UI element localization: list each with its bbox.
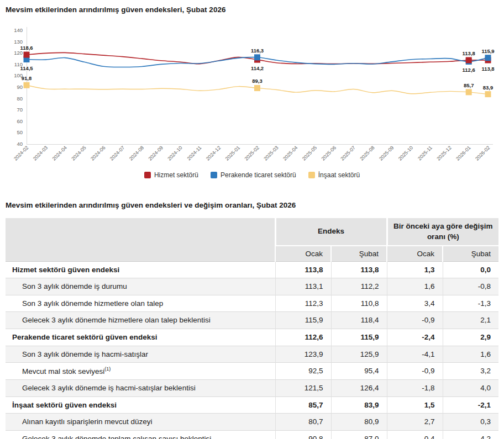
value-cell: 112,6	[275, 329, 331, 346]
legend-label: Hizmet sektörü	[154, 171, 198, 179]
value-cell: -2,4	[387, 329, 443, 346]
value-cell: 113,8	[331, 261, 387, 278]
value-cell: 3,4	[387, 295, 443, 312]
table-section: Mevsim etkilerinden arındırılmış güven e…	[6, 201, 498, 439]
x-tick-label: 2024-04	[51, 145, 68, 162]
table-row: Son 3 aylık dönemde iş hacmi-satışlar123…	[6, 346, 498, 363]
x-tick-label: 2024-08	[128, 145, 145, 162]
value-cell: 118,4	[331, 312, 387, 329]
value-cell: 112,2	[331, 278, 387, 295]
legend-item-perakende[interactable]: Perakende ticaret sektörü	[211, 171, 296, 179]
x-tick-label: 2026-02	[474, 145, 491, 162]
row-label: Gelecek 3 aylık dönemde iş hacmi-satışla…	[6, 380, 275, 397]
x-tick-label: 2025-09	[378, 145, 395, 162]
row-label: Gelecek 3 aylık dönemde toplam çalışan s…	[6, 430, 275, 439]
subheader-degisim-ocak: Ocak	[387, 246, 443, 262]
table-row: Gelecek 3 aylık dönemde toplam çalışan s…	[6, 430, 498, 439]
row-label: Mevcut mal stok seviyesi(1)	[6, 363, 275, 380]
value-cell: 110,8	[331, 295, 387, 312]
data-point-label: 89,3	[252, 78, 262, 84]
x-tick-label: 2025-06	[321, 145, 337, 162]
value-cell: -0,9	[387, 312, 443, 329]
subheader-endeks-subat: Şubat	[331, 246, 387, 262]
x-tick-label: 2024-09	[148, 145, 164, 162]
row-label: Hizmet sektörü güven endeksi	[6, 261, 275, 278]
value-cell: 95,4	[331, 363, 387, 380]
x-tick-label: 2025-04	[282, 145, 298, 162]
row-label: Son 3 aylık dönemde iş durumu	[6, 278, 275, 295]
table-row: Perakende ticaret sektörü güven endeksi1…	[6, 329, 498, 346]
value-cell: 80,7	[275, 414, 331, 431]
legend-label: Perakende ticaret sektörü	[221, 171, 296, 179]
chart-title: Mevsim etkilerinden arındırılmış güven e…	[6, 6, 498, 14]
value-cell: 0,4	[387, 430, 443, 439]
x-tick-label: 2025-10	[397, 145, 414, 162]
value-cell: 0,3	[443, 414, 498, 431]
y-tick-label: 40	[17, 141, 23, 147]
value-cell: 1,6	[443, 346, 498, 363]
indices-table-header: Endeks Bir önceki aya göre değişim oranı…	[6, 218, 498, 261]
row-label: Alınan kayıtlı siparişlerin mevcut düzey…	[6, 414, 275, 431]
legend-item-hizmet[interactable]: Hizmet sektörü	[144, 171, 198, 179]
data-point-label: 118,6	[20, 45, 33, 51]
data-point-marker-insaat[interactable]	[466, 89, 472, 96]
data-point-label: 85,7	[464, 82, 474, 88]
x-tick-label: 2024-11	[186, 145, 203, 162]
col-group-degisim-orani: Bir önceki aya göre değişim oranı (%)	[387, 218, 498, 245]
value-cell: 125,9	[331, 346, 387, 363]
legend-swatch-icon	[211, 172, 217, 178]
value-cell: -4,2	[443, 430, 498, 439]
data-point-marker-perakende[interactable]	[254, 55, 260, 61]
table-row: İnşaat sektörü güven endeksi85,783,91,5-…	[6, 396, 498, 414]
value-cell: 126,4	[331, 380, 387, 397]
table-row: Mevcut mal stok seviyesi(1)92,595,4-0,93…	[6, 363, 498, 380]
data-point-marker-insaat[interactable]	[485, 91, 491, 97]
confidence-line-chart: 4050607080901001101201301402024-022024-0…	[6, 24, 498, 169]
x-tick-label: 2024-12	[205, 145, 222, 162]
value-cell: 90,8	[275, 430, 331, 439]
data-point-marker-insaat[interactable]	[254, 85, 260, 91]
value-cell: 113,8	[275, 261, 331, 278]
row-label: Perakende ticaret sektörü güven endeksi	[6, 329, 275, 346]
value-cell: 85,7	[275, 396, 331, 414]
indices-table: Endeks Bir önceki aya göre değişim oranı…	[6, 218, 498, 439]
value-cell: 1,3	[387, 261, 443, 278]
value-cell: 121,5	[275, 380, 331, 397]
value-cell: 80,9	[331, 414, 387, 431]
legend-item-insaat[interactable]: İnşaat sektörü	[308, 171, 360, 179]
row-label: İnşaat sektörü güven endeksi	[6, 396, 275, 414]
value-cell: 115,9	[331, 329, 387, 346]
data-point-label: 112,6	[463, 67, 475, 73]
value-cell: -1,3	[443, 295, 498, 312]
x-tick-label: 2026-01	[455, 145, 471, 162]
value-cell: 4,0	[443, 380, 498, 397]
x-tick-label: 2025-03	[262, 145, 279, 162]
legend-swatch-icon	[144, 172, 151, 178]
x-tick-label: 2025-05	[301, 145, 318, 162]
value-cell: 1,6	[387, 278, 443, 295]
row-label: Son 3 aylık dönemde iş hacmi-satışlar	[6, 346, 275, 363]
value-cell: 123,9	[275, 346, 331, 363]
x-tick-label: 2025-07	[339, 145, 356, 162]
value-cell: 112,3	[275, 295, 331, 312]
x-tick-label: 2024-07	[109, 145, 125, 162]
value-cell: -1,8	[387, 380, 443, 397]
value-cell: 92,5	[275, 363, 331, 380]
table-row: Son 3 aylık dönemde iş durumu113,1112,21…	[6, 278, 498, 295]
data-point-marker-perakende[interactable]	[485, 55, 491, 61]
data-point-marker-hizmet[interactable]	[466, 57, 472, 64]
value-cell: 3,2	[443, 363, 498, 380]
table-row: Gelecek 3 aylık dönemde hizmetlere olan …	[6, 312, 498, 329]
chart-area: 4050607080901001101201301402024-022024-0…	[6, 24, 498, 180]
x-tick-label: 2024-03	[32, 145, 49, 162]
x-tick-label: 2024-05	[70, 145, 87, 162]
report-page: Mevsim etkilerinden arındırılmış güven e…	[0, 0, 504, 439]
legend-label: İnşaat sektörü	[318, 171, 360, 179]
row-label: Gelecek 3 aylık dönemde hizmetlere olan …	[6, 312, 275, 329]
data-point-label: 83,9	[483, 84, 494, 91]
data-point-marker-insaat[interactable]	[24, 82, 30, 88]
x-tick-label: 2025-08	[359, 145, 375, 162]
chart-legend: Hizmet sektörüPerakende ticaret sektörüİ…	[6, 170, 498, 180]
data-point-marker-hizmet[interactable]	[24, 52, 30, 58]
table-corner-cell	[6, 218, 275, 261]
